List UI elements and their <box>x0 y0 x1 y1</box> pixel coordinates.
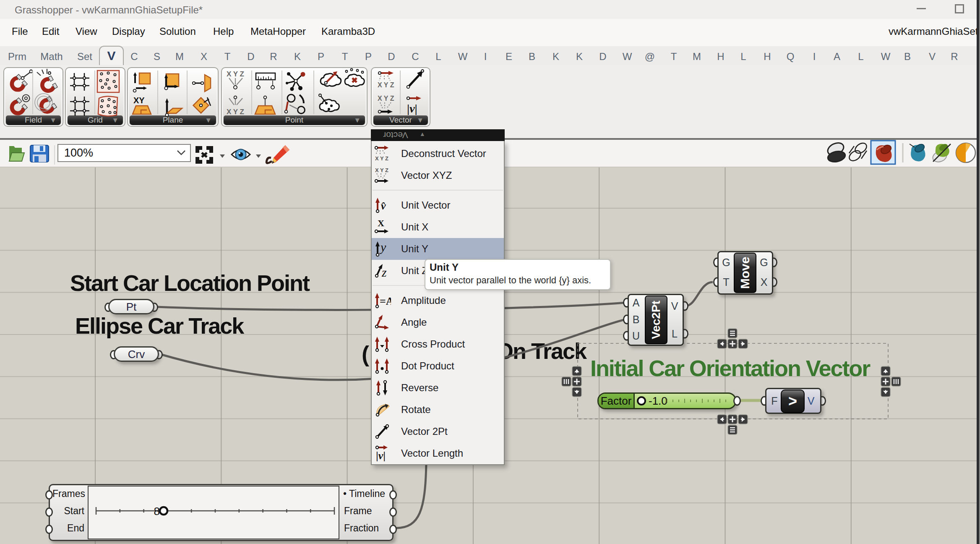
svg-text:z: z <box>381 265 387 279</box>
svg-text:|v|: |v| <box>407 102 417 115</box>
svg-text:X Y Z: X Y Z <box>378 81 394 89</box>
svg-text:=A: =A <box>380 295 391 307</box>
svg-text:XY: XY <box>133 96 145 105</box>
svg-text:|v|: |v| <box>376 450 386 462</box>
svg-text:y: y <box>379 241 386 254</box>
svg-text:X Y Z: X Y Z <box>375 167 388 173</box>
svg-text:X Y Z: X Y Z <box>227 108 244 116</box>
svg-text:X Y Z: X Y Z <box>378 95 394 102</box>
svg-text:X Y Z: X Y Z <box>227 70 244 78</box>
svg-text:X: X <box>378 219 384 228</box>
svg-text:X Y Z: X Y Z <box>375 155 388 162</box>
svg-text:v̂: v̂ <box>381 200 386 212</box>
